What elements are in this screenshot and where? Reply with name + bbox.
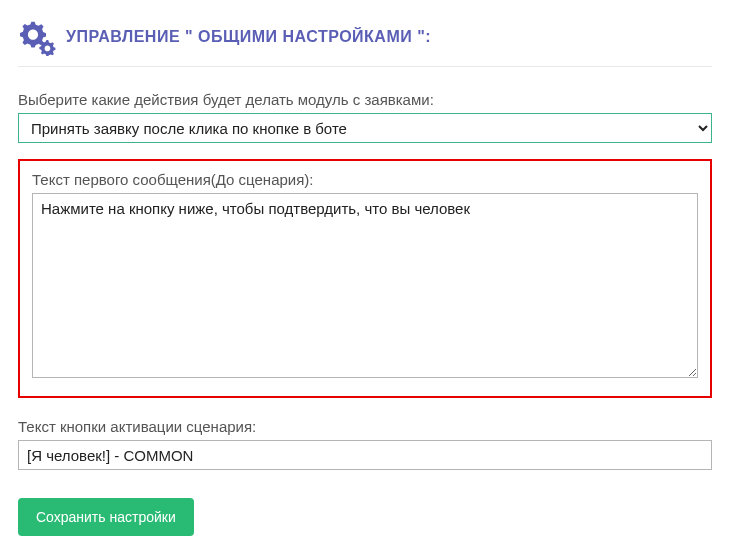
save-button[interactable]: Сохранить настройки [18,498,194,536]
button-text-input[interactable] [18,440,712,470]
page-header: УПРАВЛЕНИЕ " ОБЩИМИ НАСТРОЙКАМИ ": [18,18,712,56]
action-select[interactable]: Принять заявку после клика по кнопке в б… [18,113,712,143]
button-text-field-group: Текст кнопки активации сценария: [18,418,712,470]
first-message-label: Текст первого сообщения(До сценария): [32,171,698,188]
action-field-group: Выберите какие действия будет делать мод… [18,91,712,143]
gears-icon [18,18,56,56]
first-message-highlight-box: Текст первого сообщения(До сценария): [18,159,712,398]
first-message-textarea[interactable] [32,193,698,378]
button-text-label: Текст кнопки активации сценария: [18,418,712,435]
action-label: Выберите какие действия будет делать мод… [18,91,712,108]
page-title: УПРАВЛЕНИЕ " ОБЩИМИ НАСТРОЙКАМИ ": [66,28,431,46]
section-divider [18,66,712,67]
